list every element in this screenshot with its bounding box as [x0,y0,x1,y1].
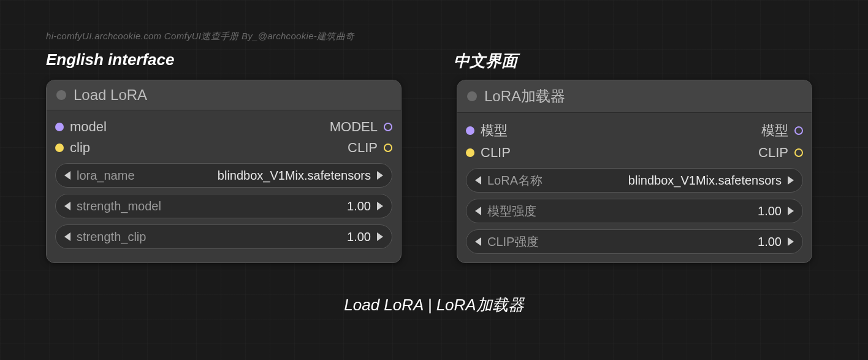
port-dot-icon[interactable] [794,126,803,135]
collapse-dot-icon[interactable] [56,90,66,100]
port-dot-icon[interactable] [55,144,64,152]
chevron-left-icon[interactable] [475,237,481,246]
port-row-1-en: model MODEL [47,117,401,137]
input-port-model[interactable]: model [55,119,107,135]
chevron-right-icon[interactable] [377,171,383,180]
widget-label: strength_clip [77,230,146,244]
port-dot-icon[interactable] [466,148,474,157]
port-dot-icon[interactable] [384,123,392,131]
node-load-lora-zh[interactable]: LoRA加载器 模型 模型 CLIP CLIP [457,80,812,263]
widget-value: blindbox_V1Mix.safetensors [542,174,782,188]
widgets-en: lora_name blindbox_V1Mix.safetensors str… [47,158,401,249]
widget-label: strength_model [77,199,161,213]
input-label: 模型 [481,121,508,140]
node-header-zh[interactable]: LoRA加载器 [457,80,812,113]
widget-value: blindbox_V1Mix.safetensors [135,169,371,183]
input-port-model-zh[interactable]: 模型 [466,121,508,140]
widget-value: 1.00 [539,235,782,249]
widget-lora-name-zh[interactable]: LoRA名称 blindbox_V1Mix.safetensors [466,168,803,193]
widgets-zh: LoRA名称 blindbox_V1Mix.safetensors 模型强度 1… [457,163,812,254]
port-row-1-zh: 模型 模型 [457,119,812,142]
widget-label: LoRA名称 [487,172,542,189]
output-label: CLIP [348,140,378,156]
chevron-left-icon[interactable] [64,232,70,241]
output-port-model[interactable]: MODEL [330,119,392,135]
chevron-left-icon[interactable] [64,171,70,180]
input-port-clip-zh[interactable]: CLIP [466,145,511,161]
widget-label: 模型强度 [487,203,536,220]
output-label: MODEL [330,119,378,135]
port-dot-icon[interactable] [794,148,803,157]
widget-value: 1.00 [161,199,371,213]
widget-value: 1.00 [536,204,782,218]
output-port-clip[interactable]: CLIP [348,140,392,156]
node-body-en: model MODEL clip CLIP [47,110,401,258]
widget-strength-model[interactable]: strength_model 1.00 [55,194,392,218]
figure-caption: Load LoRA | LoRA加载器 [0,294,868,316]
widget-strength-clip[interactable]: strength_clip 1.00 [55,224,392,249]
input-label: model [70,119,107,135]
chevron-left-icon[interactable] [64,202,70,210]
section-title-english: English interface [46,50,175,69]
chevron-right-icon[interactable] [377,232,383,241]
port-dot-icon[interactable] [55,123,64,131]
chevron-right-icon[interactable] [788,207,794,215]
chevron-left-icon[interactable] [475,176,481,185]
chevron-right-icon[interactable] [788,176,794,185]
chevron-right-icon[interactable] [377,202,383,210]
chevron-right-icon[interactable] [788,237,794,246]
watermark-text: hi-comfyUI.archcookie.com ComfyUI速查手册 By… [46,31,354,42]
output-label: 模型 [761,121,788,140]
widget-value: 1.00 [146,230,371,244]
section-title-chinese: 中文界面 [454,50,517,72]
output-port-model-zh[interactable]: 模型 [761,121,803,140]
input-port-clip[interactable]: clip [55,140,90,156]
widget-lora-name[interactable]: lora_name blindbox_V1Mix.safetensors [55,163,392,188]
node-header-en[interactable]: Load LoRA [47,80,401,110]
output-port-clip-zh[interactable]: CLIP [758,145,803,161]
node-title-en: Load LoRA [74,86,147,104]
widget-strength-model-zh[interactable]: 模型强度 1.00 [466,199,803,223]
input-label: CLIP [481,145,511,161]
widget-strength-clip-zh[interactable]: CLIP强度 1.00 [466,229,803,254]
port-row-2-en: clip CLIP [47,137,401,158]
chevron-left-icon[interactable] [475,207,481,215]
node-title-zh: LoRA加载器 [484,86,565,106]
node-body-zh: 模型 模型 CLIP CLIP [457,113,812,262]
port-row-2-zh: CLIP CLIP [457,142,812,163]
port-dot-icon[interactable] [384,144,392,152]
output-label: CLIP [758,145,788,161]
panels-container: Load LoRA model MODEL clip CLIP [46,80,812,263]
collapse-dot-icon[interactable] [467,91,477,101]
node-load-lora-en[interactable]: Load LoRA model MODEL clip CLIP [46,80,402,263]
port-dot-icon[interactable] [466,126,474,135]
widget-label: lora_name [77,169,135,183]
input-label: clip [70,140,90,156]
widget-label: CLIP强度 [487,234,539,250]
